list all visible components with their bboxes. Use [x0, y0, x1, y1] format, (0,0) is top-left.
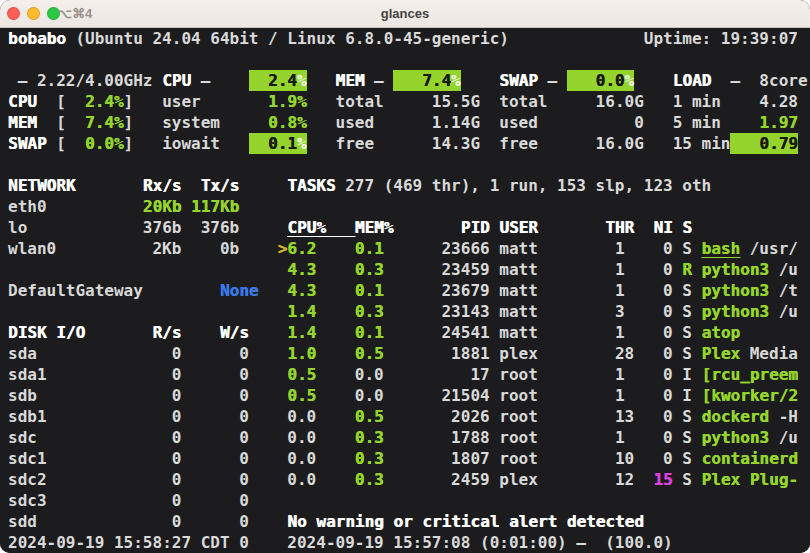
disk-read: 0	[172, 385, 182, 406]
command-args: Media	[750, 343, 798, 364]
cpu-pct: 0.0	[287, 406, 316, 427]
swap-used-value: 0	[634, 112, 644, 133]
tasks-section-title: TASKS	[287, 175, 335, 196]
mem-total-label: total	[336, 91, 384, 112]
user: matt	[499, 322, 538, 343]
cpu-pct: 0.0	[287, 448, 316, 469]
state: I	[682, 385, 692, 406]
disk-name: sdb1	[8, 406, 47, 427]
pid: 23666	[441, 238, 489, 259]
swap-total-badge: 0.0	[567, 70, 625, 91]
ni: 15	[653, 469, 672, 490]
cpu-pct: 0.5	[287, 385, 316, 406]
disk-write-header: W/s	[220, 322, 249, 343]
gateway-row-and-process-python3-23679: DefaultGatewayNone4.30.123679matt10Spyth…	[0, 280, 810, 301]
cpu-pct: 0.0	[287, 427, 316, 448]
disk-read: 0	[172, 427, 182, 448]
stats-row-3: SWAP[0.0%]iowait 0.1%free14.3Gfree16.0G1…	[0, 133, 810, 154]
state: S	[682, 322, 692, 343]
cpu-pct: 1.0	[287, 343, 316, 364]
process-header-ni: NI	[653, 217, 672, 238]
command-args: /u	[779, 427, 798, 448]
disk-read: 0	[172, 490, 182, 511]
pid: 2459	[451, 469, 490, 490]
state: S	[682, 301, 692, 322]
disk-sdd-and-alert-row: sdd00No warning or critical alert detect…	[0, 511, 810, 532]
dash: –	[201, 70, 211, 91]
network-rx-header: Rx/s	[143, 175, 182, 196]
load-15min-label: 15 min	[673, 133, 731, 154]
load-15min-badge: 0.79	[730, 133, 797, 154]
thr: 1	[615, 364, 625, 385]
disk-write: 0	[239, 532, 249, 553]
bracket: [	[56, 133, 66, 154]
thr: 1	[615, 322, 625, 343]
disk-sda-and-process-plex: sda001.00.51881plex280SPlexMedia	[0, 343, 810, 364]
cpu-iowait-label: iowait	[162, 133, 220, 154]
command: [kworker/2	[702, 385, 798, 406]
mem-pct: 0.3	[355, 469, 384, 490]
disk-write: 0	[239, 364, 249, 385]
ni: 0	[663, 238, 673, 259]
state: R	[682, 259, 692, 280]
mem-pct: 0.0	[355, 364, 384, 385]
quicklook-mem-label: MEM	[8, 112, 37, 133]
pid: 17	[470, 364, 489, 385]
stats-row-1: CPU[2.4%]user1.9%total15.5Gtotal16.0G1 m…	[0, 91, 810, 112]
cpu-total-badge: 2.4	[249, 70, 297, 91]
user: plex	[499, 343, 538, 364]
thr: 3	[615, 301, 625, 322]
disk-write: 0	[239, 490, 249, 511]
disk-name: sda1	[8, 364, 47, 385]
process-python3-23459: 4.30.323459matt10Rpython3/u	[0, 259, 810, 280]
disk-name: sda	[8, 343, 37, 364]
user: root	[499, 364, 538, 385]
bracket: ]	[124, 133, 134, 154]
pid: 23679	[441, 280, 489, 301]
rx-value: 376b	[143, 217, 182, 238]
alert-status: No warning or critical alert detected	[287, 511, 643, 532]
user: root	[499, 385, 538, 406]
disk-read: 0	[172, 343, 182, 364]
mem-pct: 0.1	[355, 280, 384, 301]
mem-free-label: free	[336, 133, 375, 154]
thr: 1	[615, 385, 625, 406]
interface-name: eth0	[8, 196, 47, 217]
command-args: /t	[779, 280, 798, 301]
disk-read: 0	[172, 448, 182, 469]
tx-value: 0b	[220, 238, 239, 259]
disk-header-and-process-atop: DISK I/OR/sW/s1.40.124541matt10Satop	[0, 322, 810, 343]
thr: 1	[615, 238, 625, 259]
disk-sdc2-and-process-plex-plugin: sdc2000.00.32459plex1215SPlex Plug-	[0, 469, 810, 490]
network-tasks-header-row: NETWORKRx/sTx/sTASKS277 (469 thr), 1 run…	[0, 175, 810, 196]
user: root	[499, 406, 538, 427]
interface-name: lo	[8, 217, 27, 238]
disk-read: 0	[172, 406, 182, 427]
pid: 1807	[451, 448, 490, 469]
clock: 2024-09-19 15:58:27 CDT	[8, 532, 230, 553]
cpu-system-label: system	[162, 112, 220, 133]
cpu-system-value: 0.8%	[268, 112, 307, 133]
thr: 28	[615, 343, 634, 364]
disk-write: 0	[239, 448, 249, 469]
disk-read-header: R/s	[152, 322, 181, 343]
command-args: -H	[779, 406, 798, 427]
disk-sdc-and-process-python3-1788: sdc000.00.31788root10Spython3/u	[0, 427, 810, 448]
pid: 2026	[451, 406, 490, 427]
state: S	[682, 469, 692, 490]
network-row-lo-and-process-header: lo376b376bCPU% MEM%PIDUSERTHRNIS	[0, 217, 810, 238]
disk-sdb1-and-process-dockerd: sdb1000.00.52026root130Sdockerd-H	[0, 406, 810, 427]
thr: 1	[615, 280, 625, 301]
mem-pct: 0.3	[355, 427, 384, 448]
state: S	[682, 238, 692, 259]
command: python3	[702, 427, 769, 448]
glances-terminal-screen[interactable]: bobabo(Ubuntu 24.04 64bit / Linux 6.8.0-…	[0, 28, 810, 553]
ni: 0	[663, 448, 673, 469]
swap-total-badge-pct: %	[625, 70, 635, 91]
window-titlebar[interactable]: ⌥⌘4 glances	[0, 0, 810, 28]
thr: 13	[615, 406, 634, 427]
ni: 0	[663, 343, 673, 364]
swap-total-label: total	[499, 91, 547, 112]
swap-total-value: 16.0G	[596, 91, 644, 112]
disk-sdc3-row: sdc300	[0, 490, 810, 511]
